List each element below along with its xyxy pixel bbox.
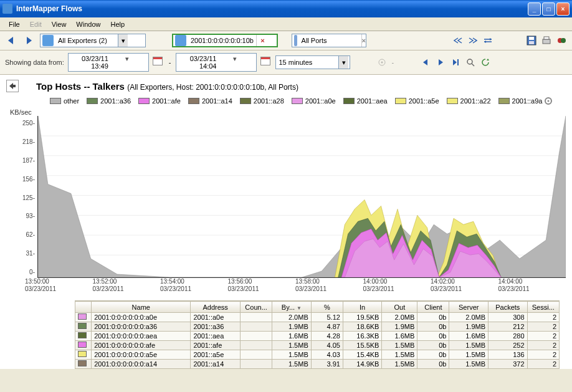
column-header[interactable]: Out xyxy=(382,302,417,313)
row-swatch xyxy=(78,342,87,348)
column-header[interactable]: Coun... xyxy=(241,302,272,313)
legend-swatch xyxy=(138,98,150,104)
row-swatch xyxy=(78,313,87,320)
svg-point-10 xyxy=(561,38,566,43)
svg-marker-3 xyxy=(484,41,486,43)
nav-forward-button[interactable] xyxy=(22,34,36,47)
legend-item[interactable]: 2001::afe xyxy=(138,97,181,105)
column-header[interactable]: Packets xyxy=(489,302,528,313)
y-axis-label: KB/sec xyxy=(10,108,566,116)
exporters-selector[interactable]: All Exporters (2) ▾ xyxy=(40,34,146,47)
chart-legend: other2001::a362001::afe2001::a142001::a2… xyxy=(6,95,566,108)
legend-item[interactable]: 2001::a0e xyxy=(292,97,336,105)
host-icon xyxy=(175,35,186,46)
legend-item[interactable]: 2001::aea xyxy=(343,97,388,105)
legend-item[interactable]: 2001::a14 xyxy=(188,97,232,105)
svg-marker-2 xyxy=(490,38,492,41)
ports-clear-button[interactable]: × xyxy=(361,34,366,47)
legend-item[interactable]: 2001::a28 xyxy=(240,97,284,105)
menu-help[interactable]: Help xyxy=(105,19,130,29)
chart-area: 250-218-187-156-125-93-62-31-0- xyxy=(6,116,566,278)
svg-rect-6 xyxy=(529,41,534,44)
x-axis: 13:50:0003/23/201113:52:0003/23/201113:5… xyxy=(37,278,566,293)
column-header[interactable]: Address xyxy=(191,302,241,313)
ports-value: All Ports xyxy=(299,37,361,44)
nav-back-button[interactable] xyxy=(5,34,19,47)
close-button[interactable]: × xyxy=(556,2,570,16)
host-filter-box[interactable]: 2001:0:0:0:0:0:0:10b × xyxy=(172,34,278,47)
table-row[interactable]: 2001:0:0:0:0:0:0:a362001::a361.9MB4.8718… xyxy=(75,322,560,332)
column-header[interactable] xyxy=(75,302,92,313)
svg-point-23 xyxy=(548,100,550,102)
time-next-icon[interactable] xyxy=(435,57,446,68)
menu-edit[interactable]: Edit xyxy=(25,19,47,29)
chevron-down-icon[interactable]: ▾ xyxy=(338,56,348,69)
record-icon[interactable] xyxy=(556,35,567,46)
time-prev-icon[interactable] xyxy=(420,57,431,68)
zoom-icon[interactable] xyxy=(465,57,476,68)
calendar-end-icon[interactable] xyxy=(260,57,272,68)
table-row[interactable]: 2001:0:0:0:0:0:0:a0e2001::a0e2.0MB5.1219… xyxy=(75,313,560,322)
svg-point-12 xyxy=(381,62,383,64)
row-swatch xyxy=(78,360,87,366)
exporters-dropdown-icon[interactable]: ▾ xyxy=(118,34,128,47)
column-header[interactable]: % xyxy=(311,302,343,313)
column-header[interactable]: Sessi... xyxy=(527,302,559,313)
column-header[interactable]: Client xyxy=(417,302,449,313)
window-titlebar: InterMapper Flows _ □ × xyxy=(0,0,572,17)
back-view-button[interactable] xyxy=(6,80,19,92)
minimize-button[interactable]: _ xyxy=(528,2,541,16)
end-date-input[interactable]: 03/23/11 14:04▾ xyxy=(176,53,257,72)
menu-file[interactable]: File xyxy=(4,19,25,29)
table-row[interactable]: 2001:0:0:0:0:0:0:a5e2001::a5e1.5MB4.0315… xyxy=(75,350,560,360)
svg-marker-13 xyxy=(423,59,427,65)
time-last-icon[interactable] xyxy=(450,57,461,68)
refresh-icon[interactable] xyxy=(480,57,491,68)
plot-area[interactable] xyxy=(37,116,566,278)
column-header[interactable]: In xyxy=(343,302,382,313)
table-header-row: NameAddressCoun...By... ▼%InOutClientSer… xyxy=(75,302,560,313)
legend-swatch xyxy=(87,98,98,104)
chevron-down-icon[interactable]: ▾ xyxy=(216,55,254,70)
maximize-button[interactable]: □ xyxy=(542,2,555,16)
svg-rect-7 xyxy=(543,39,550,44)
table-row[interactable]: 2001:0:0:0:0:0:0:aea2001::aea1.6MB4.2816… xyxy=(75,332,560,341)
range-selector[interactable]: 15 minutes ▾ xyxy=(275,55,350,69)
table-row[interactable]: 2001:0:0:0:0:0:0:a142001::a141.5MB3.9114… xyxy=(75,360,560,369)
row-swatch xyxy=(78,323,87,329)
svg-marker-19 xyxy=(487,59,489,60)
legend-swatch xyxy=(188,98,199,104)
chart-settings-icon[interactable] xyxy=(543,96,553,106)
save-icon[interactable] xyxy=(526,35,537,46)
target-icon xyxy=(376,57,388,68)
link-prev-icon[interactable] xyxy=(452,35,464,46)
link-bidir-icon[interactable] xyxy=(482,35,493,46)
column-header[interactable]: By... ▼ xyxy=(272,302,312,313)
chevron-down-icon[interactable]: ▾ xyxy=(108,55,146,70)
legend-item[interactable]: 2001::a9a xyxy=(498,97,543,105)
calendar-start-icon[interactable] xyxy=(153,57,164,68)
legend-item[interactable]: other xyxy=(50,97,79,105)
table-row[interactable]: 2001:0:0:0:0:0:0:afe2001::afe1.5MB4.0515… xyxy=(75,341,560,350)
legend-item[interactable]: 2001::a36 xyxy=(87,97,131,105)
host-filter-clear-button[interactable]: × xyxy=(256,35,269,46)
link-next-icon[interactable] xyxy=(467,35,479,46)
menu-view[interactable]: View xyxy=(47,19,72,29)
legend-swatch xyxy=(50,98,61,104)
svg-rect-21 xyxy=(13,85,16,87)
exporter-icon xyxy=(42,35,54,46)
column-header[interactable]: Server xyxy=(449,302,489,313)
svg-line-18 xyxy=(472,64,474,66)
print-icon[interactable] xyxy=(541,35,552,46)
svg-marker-0 xyxy=(8,37,13,44)
toolbar-time: Showing data from: 03/23/11 13:49▾ - 03/… xyxy=(0,50,572,75)
row-swatch xyxy=(78,332,87,338)
svg-point-17 xyxy=(467,59,472,64)
ports-selector[interactable]: All Ports × xyxy=(292,34,366,47)
legend-item[interactable]: 2001::a5e xyxy=(395,97,439,105)
start-date-input[interactable]: 03/23/11 13:49▾ xyxy=(68,53,149,72)
menu-window[interactable]: Window xyxy=(71,19,105,29)
column-header[interactable]: Name xyxy=(92,302,191,313)
legend-swatch xyxy=(343,98,355,104)
legend-item[interactable]: 2001::a22 xyxy=(447,97,491,105)
